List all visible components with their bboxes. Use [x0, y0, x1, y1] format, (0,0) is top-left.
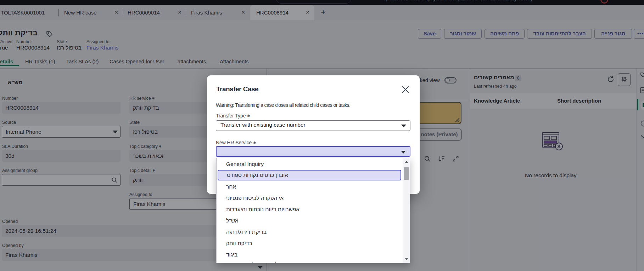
transfer-type-label: Transfer Type✱	[216, 113, 250, 119]
listbox-option[interactable]: אש"ל	[217, 215, 403, 226]
listbox-option-selected[interactable]: אובדן כרטיס נקודות ספורט	[218, 170, 401, 180]
listbox-option[interactable]: בירור זכאות לקרן השתלמות ופנסיה	[217, 259, 403, 263]
listbox-scrollbar[interactable]	[403, 158, 410, 263]
listbox-option[interactable]: General Inquiry	[217, 158, 403, 170]
listbox-option[interactable]: בדיקת דירוג/דרגה	[217, 226, 403, 238]
select-caret-icon	[401, 151, 406, 154]
listbox-option[interactable]: ביגוד	[217, 249, 403, 260]
listbox-option[interactable]: אחר	[217, 181, 403, 192]
modal-warning-text: Warning: Transferring a case closes all …	[216, 102, 350, 108]
transfer-type-select[interactable]: Transfer with existing case number	[216, 120, 410, 131]
app-root: Update set: Default [Agent Workspaces fo…	[0, 0, 644, 271]
scroll-down-icon[interactable]	[405, 258, 408, 260]
scroll-up-icon[interactable]	[405, 161, 408, 163]
hr-service-listbox: General Inquiry אובדן כרטיס נקודות ספורט…	[216, 158, 410, 263]
new-hr-service-select[interactable]	[216, 146, 410, 157]
modal-close-icon[interactable]	[401, 85, 410, 94]
new-hr-service-label: New HR Service✱	[216, 140, 256, 145]
transfer-type-value: Transfer with existing case number	[220, 122, 306, 128]
modal-title: Transfer Case	[216, 85, 258, 93]
select-caret-icon	[401, 125, 406, 127]
scrollbar-thumb[interactable]	[404, 167, 409, 180]
listbox-option[interactable]: אפשרויות דיווח נוכחות והיעדרות	[217, 204, 403, 215]
listbox-option[interactable]: אי הפקדה לביטוח פנסיוני	[217, 192, 403, 204]
listbox-option[interactable]: בדיקת וותק	[217, 238, 403, 249]
